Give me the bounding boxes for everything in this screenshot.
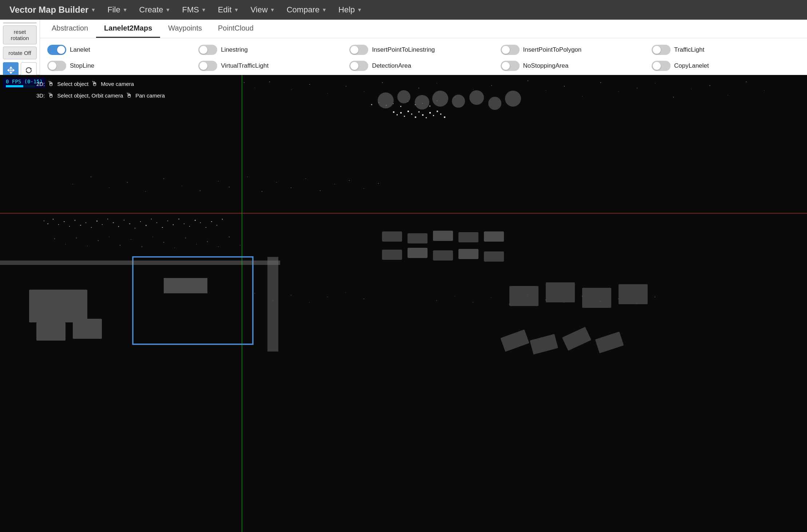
toggle-label-lanelet: Lanelet bbox=[70, 46, 90, 53]
menu-create[interactable]: Create ▼ bbox=[134, 3, 176, 17]
svg-rect-12 bbox=[437, 83, 437, 83]
toggle-label-detectionarea: DetectionArea bbox=[372, 62, 411, 70]
menu-help[interactable]: Help ▼ bbox=[333, 3, 367, 17]
svg-rect-25 bbox=[673, 97, 674, 98]
toggle-switch-linestring[interactable] bbox=[198, 45, 217, 55]
svg-point-142 bbox=[152, 237, 153, 237]
map-canvas bbox=[0, 75, 807, 532]
view-2d-button[interactable]: 2D bbox=[3, 23, 20, 23]
menu-fms[interactable]: FMS ▼ bbox=[177, 3, 211, 17]
toggle-switch-nostoppingarea[interactable] bbox=[501, 61, 520, 71]
svg-point-137 bbox=[98, 240, 99, 241]
svg-point-121 bbox=[378, 183, 379, 184]
view-3d-button[interactable]: 3D bbox=[20, 23, 37, 23]
svg-point-160 bbox=[273, 300, 273, 301]
svg-rect-96 bbox=[484, 231, 504, 242]
reset-rotation-button[interactable]: reset rotation bbox=[3, 25, 37, 44]
menu-help-label: Help bbox=[338, 5, 355, 15]
menu-compare-chevron: ▼ bbox=[322, 7, 327, 13]
svg-rect-87 bbox=[200, 222, 201, 223]
svg-rect-131 bbox=[582, 288, 611, 308]
app-title-menu[interactable]: Vector Map Builder ▼ bbox=[4, 3, 101, 17]
svg-point-164 bbox=[345, 292, 346, 293]
svg-rect-90 bbox=[216, 225, 217, 226]
toggle-track-trafficlight[interactable] bbox=[652, 45, 671, 55]
toggle-track-insertpointtopolygon[interactable] bbox=[501, 45, 520, 55]
toggle-switch-stopline[interactable] bbox=[47, 61, 66, 71]
toggle-track-virtualtrafficlight[interactable] bbox=[198, 61, 217, 71]
toggle-knob-linestring bbox=[199, 46, 207, 54]
svg-rect-39 bbox=[429, 106, 430, 107]
svg-rect-9 bbox=[382, 82, 383, 83]
toggle-track-stopline[interactable] bbox=[47, 61, 66, 71]
right-panel: Abstraction Lanelet2Maps Waypoints Point… bbox=[40, 20, 807, 75]
toggle-knob-copylanelet bbox=[653, 62, 661, 70]
toggle-track-insertpointtolinestring[interactable] bbox=[349, 45, 368, 55]
instruction-3d-pan: Pan camera bbox=[135, 91, 165, 100]
toggle-switch-insertpointtolinestring[interactable] bbox=[349, 45, 368, 55]
toggle-knob-trafficlight bbox=[653, 46, 661, 54]
svg-rect-124 bbox=[29, 290, 87, 322]
svg-point-144 bbox=[174, 247, 175, 248]
svg-rect-100 bbox=[458, 249, 478, 259]
svg-point-174 bbox=[582, 296, 583, 297]
svg-rect-29 bbox=[746, 82, 747, 82]
toggle-label-linestring: Linestring bbox=[221, 46, 248, 53]
svg-rect-30 bbox=[764, 90, 764, 91]
toggle-switch-trafficlight[interactable] bbox=[652, 45, 671, 55]
tab-abstraction[interactable]: Abstraction bbox=[44, 20, 96, 38]
toggle-switch-insertpointtopolygon[interactable] bbox=[501, 45, 520, 55]
svg-rect-28 bbox=[728, 95, 728, 95]
svg-rect-98 bbox=[408, 248, 428, 258]
svg-rect-129 bbox=[509, 286, 538, 306]
toggle-switch-copylanelet[interactable] bbox=[652, 61, 671, 71]
svg-rect-60 bbox=[53, 219, 53, 220]
svg-point-102 bbox=[72, 184, 73, 184]
svg-point-136 bbox=[87, 246, 88, 246]
instruction-3d-label: 3D: bbox=[36, 91, 45, 100]
toggle-switch-lanelet[interactable] bbox=[47, 45, 66, 55]
svg-point-108 bbox=[182, 186, 182, 186]
svg-point-118 bbox=[334, 184, 335, 184]
svg-point-172 bbox=[545, 299, 546, 301]
svg-point-117 bbox=[320, 190, 321, 191]
svg-point-163 bbox=[327, 297, 328, 298]
viewport[interactable]: 0 FPS (0-15) 2D: 🖱 Select object 🖱 Move … bbox=[0, 75, 807, 532]
tab-lanelet2maps[interactable]: Lanelet2Maps bbox=[96, 20, 160, 38]
menu-edit[interactable]: Edit ▼ bbox=[213, 3, 244, 17]
toggle-track-linestring[interactable] bbox=[198, 45, 217, 55]
svg-rect-18 bbox=[546, 90, 546, 91]
menu-compare[interactable]: Compare ▼ bbox=[282, 3, 332, 17]
toggle-label-stopline: StopLine bbox=[70, 62, 94, 70]
svg-point-159 bbox=[254, 293, 255, 294]
tab-pointcloud[interactable]: PointCloud bbox=[210, 20, 262, 38]
rotate-off-button[interactable]: rotate Off bbox=[3, 47, 37, 59]
toggle-switch-detectionarea[interactable] bbox=[349, 61, 368, 71]
toggle-track-nostoppingarea[interactable] bbox=[501, 61, 520, 71]
toggle-track-detectionarea[interactable] bbox=[349, 61, 368, 71]
svg-point-166 bbox=[436, 300, 437, 301]
toggle-label-insertpointtopolygon: InsertPointToPolygon bbox=[523, 46, 582, 53]
svg-rect-50 bbox=[426, 117, 427, 118]
menu-compare-label: Compare bbox=[287, 5, 319, 15]
svg-rect-42 bbox=[397, 114, 398, 115]
svg-rect-58 bbox=[44, 221, 44, 221]
toggle-track-copylanelet[interactable] bbox=[652, 61, 671, 71]
mouse2-icon-3d: 🖱 bbox=[126, 90, 132, 101]
toggle-switch-virtualtrafficlight[interactable] bbox=[198, 61, 217, 71]
svg-rect-45 bbox=[408, 111, 409, 112]
svg-rect-99 bbox=[433, 250, 453, 261]
tab-waypoints[interactable]: Waypoints bbox=[160, 20, 210, 38]
svg-point-106 bbox=[145, 191, 146, 192]
menu-file[interactable]: File ▼ bbox=[102, 3, 132, 17]
menu-view[interactable]: View ▼ bbox=[246, 3, 280, 17]
svg-point-140 bbox=[131, 239, 131, 240]
svg-rect-59 bbox=[47, 223, 48, 224]
svg-point-104 bbox=[109, 187, 110, 188]
toggle-track-lanelet[interactable] bbox=[47, 45, 66, 55]
svg-point-173 bbox=[564, 302, 564, 303]
svg-point-133 bbox=[54, 238, 55, 239]
svg-rect-91 bbox=[222, 219, 223, 220]
svg-rect-76 bbox=[140, 221, 141, 222]
svg-rect-75 bbox=[135, 228, 135, 229]
